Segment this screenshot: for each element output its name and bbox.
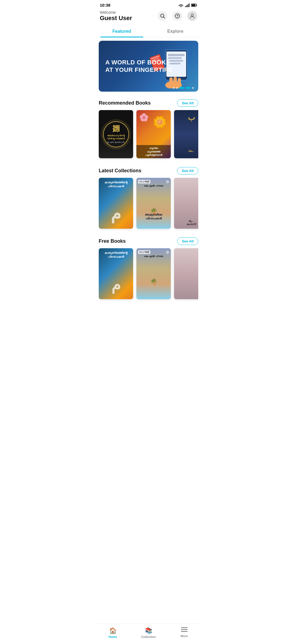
recommended-see-all[interactable]: See All [177, 99, 198, 107]
collection-cover-3: മു...മഹാനി [174, 178, 198, 229]
svg-point-10 [191, 14, 193, 16]
recommended-books-list[interactable]: ﷽ അല്ലാഹുവിന്റെവിശിഷ്ട നാമങ്ങൾ ഇ.എൻ. ഇബ്… [99, 110, 198, 160]
signal-icon [185, 3, 189, 7]
free-book-1-letter: م [111, 276, 121, 294]
book-cover-3: ب ഖം.. [174, 110, 198, 158]
hero-banner: A WORLD OF BOOKS AT YOUR FINGERTIPS [99, 41, 198, 92]
flower-decoration: 🌼 [153, 116, 167, 129]
tab-featured[interactable]: Featured [95, 26, 148, 37]
header: Welcome Guest User ? [95, 9, 202, 26]
wifi-icon [178, 3, 183, 7]
banner-title: A WORLD OF BOOKS AT YOUR FINGERTIPS [105, 59, 172, 73]
latest-collections-section: Latest Collections See All കാരുണ്യത്തിന്… [95, 163, 202, 233]
book-cover-1: ﷽ അല്ലാഹുവിന്റെവിശിഷ്ട നാമങ്ങൾ ഇ.എൻ. ഇബ്… [99, 110, 133, 158]
book-3-subtitle: ഖം.. [174, 149, 198, 153]
profile-icon [189, 13, 195, 19]
free-books-list[interactable]: കാരുണ്യത്തിന്റെപ്രവാചകൻ م 11-ം ഘട്ടി ⊙ ക… [99, 248, 198, 301]
list-item[interactable]: ﷽ അല്ലാഹുവിന്റെവിശിഷ്ട നാമങ്ങൾ ഇ.എൻ. ഇബ്… [99, 110, 133, 158]
profile-button[interactable] [187, 11, 197, 21]
free-book-cover-2: 11-ം ഘട്ടി ⊙ കെ.എൽ. ഗൗബ 🌴 [136, 248, 171, 299]
svg-line-7 [164, 17, 165, 18]
recommended-header: Recommended Books See All [99, 99, 198, 107]
user-name: Guest User [100, 15, 132, 22]
list-item[interactable]: ب ഖം.. [174, 110, 198, 158]
collection-2-header: 11-ം ഘട്ടി ⊙ [138, 179, 169, 184]
collections-books-list[interactable]: കാരുണ്യത്തിന്റെപ്രവാചകൻ م 11-ം ഘട്ടി ⊙ ക… [99, 178, 198, 231]
banner-text: A WORLD OF BOOKS AT YOUR FINGERTIPS [99, 52, 179, 80]
book-cover-arabic: ﷽ അല്ലാഹുവിന്റെവിശിഷ്ട നാമങ്ങൾ ഇ.എൻ. ഇബ്… [105, 125, 127, 143]
palm-icon: 🌴 [136, 208, 171, 215]
recommended-section: Recommended Books See All ﷽ അല്ലാഹുവിന്റ… [95, 95, 202, 163]
list-item[interactable]: കാരുണ്യത്തിന്റെപ്രവാചകൻ م [99, 248, 133, 299]
list-item[interactable]: 11-ം ഘട്ടി ⊙ കെ.എൽ. ഗൗബ 🌴 [136, 248, 171, 299]
list-item[interactable]: 11-ം ഘട്ടി ⊙ കെ.എൽ. ഗൗബ മരുഭൂമിയിലെപ്രവാ… [136, 178, 171, 229]
tabs: Featured Explore [95, 26, 202, 37]
free-books-header: Free Books See All [99, 238, 198, 245]
book-cover-2: ഹൃദയംഹൃദയത്തെപൂണരുമ്പോൾ 🌼 🌸 [136, 110, 171, 158]
list-item[interactable]: മു...മഹാനി [174, 178, 198, 229]
dot-1 [173, 87, 175, 89]
collection-cover-1: കാരുണ്യത്തിന്റെപ്രവാചകൻ م [99, 178, 133, 229]
search-icon [160, 13, 165, 19]
list-item[interactable] [174, 248, 198, 299]
dot-3 [179, 87, 184, 89]
svg-rect-2 [188, 4, 188, 7]
status-icons [178, 3, 197, 7]
dot-2 [176, 87, 178, 89]
collections-header: Latest Collections See All [99, 167, 198, 174]
list-item[interactable]: കാരുണ്യത്തിന്റെപ്രവാചകൻ م [99, 178, 133, 229]
free-book-cover-3 [174, 248, 198, 299]
header-left: Welcome Guest User [100, 10, 132, 22]
collection-2-author: കെ.എൽ. ഗൗബ [136, 184, 171, 187]
collection-1-letter: م [111, 204, 121, 223]
status-time: 10:38 [100, 3, 110, 7]
recommended-title: Recommended Books [99, 100, 151, 106]
help-icon: ? [175, 13, 180, 19]
book-2-title: ഹൃദയംഹൃദയത്തെപൂണരുമ്പോൾ [136, 145, 171, 158]
collections-see-all[interactable]: See All [177, 167, 198, 174]
book-3-arabic: ب [188, 113, 195, 122]
dot-5 [192, 87, 194, 89]
dot-4 [186, 87, 191, 89]
svg-text:?: ? [176, 14, 178, 18]
collection-cover-2: 11-ം ഘട്ടി ⊙ കെ.എൽ. ഗൗബ മരുഭൂമിയിലെപ്രവാ… [136, 178, 171, 229]
free-book-1-title: കാരുണ്യത്തിന്റെപ്രവാചകൻ [99, 251, 133, 259]
welcome-text: Welcome [100, 10, 132, 15]
header-icons: ? [158, 11, 197, 21]
banner-dots [173, 87, 194, 89]
svg-rect-1 [186, 5, 187, 7]
free-books-see-all[interactable]: See All [177, 238, 198, 245]
help-button[interactable]: ? [172, 11, 182, 21]
free-books-section: Free Books See All കാരുണ്യത്തിന്റെപ്രവാച… [95, 233, 202, 304]
svg-rect-3 [189, 3, 190, 7]
free-books-title: Free Books [99, 238, 126, 244]
collection-1-title: കാരുണ്യത്തിന്റെപ്രവാചകൻ [99, 181, 133, 188]
svg-rect-0 [185, 6, 186, 7]
collections-title: Latest Collections [99, 168, 141, 174]
collection-3-title: മു...മഹാനി [174, 219, 198, 226]
battery-icon [191, 4, 197, 7]
list-item[interactable]: ഹൃദയംഹൃദയത്തെപൂണരുമ്പോൾ 🌼 🌸 [136, 110, 171, 158]
svg-rect-5 [192, 4, 196, 6]
status-bar: 10:38 [95, 0, 202, 9]
tab-explore[interactable]: Explore [148, 26, 202, 37]
free-book-cover-1: കാരുണ്യത്തിന്റെപ്രവാചകൻ م [99, 248, 133, 299]
flower-decoration-2: 🌸 [139, 113, 149, 122]
search-button[interactable] [158, 11, 167, 21]
